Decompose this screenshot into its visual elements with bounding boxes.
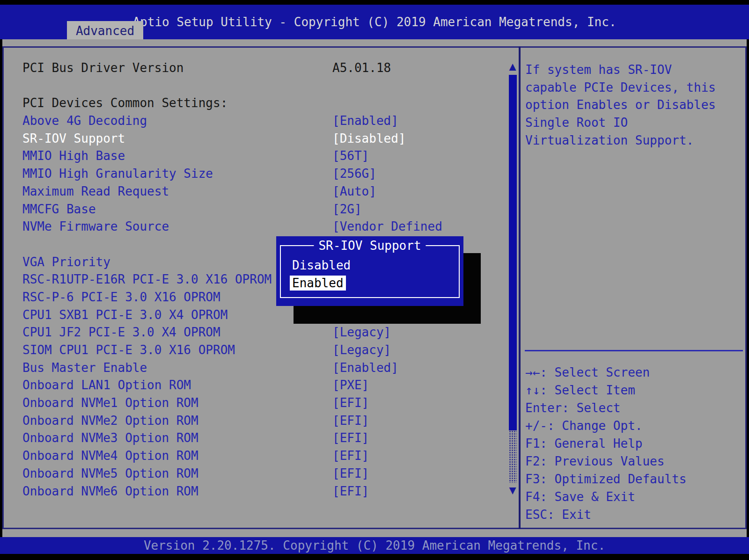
footer-version-text: Version 2.20.1275. Copyright (C) 2019 Am… (144, 538, 605, 553)
hotkey-hint: →←: Select Screen (525, 364, 742, 381)
help-text-line: Virtualization Support. (525, 132, 742, 150)
bios-screen: Aptio Setup Utility - Copyright (C) 2019… (0, 0, 749, 560)
option-value: [EFI] (332, 449, 508, 466)
option-label: PCI Devices Common Settings: (22, 96, 332, 114)
help-text-line: Single Root IO (525, 114, 742, 132)
option-value: [EFI] (332, 414, 508, 431)
hotkey-hint: ESC: Exit (525, 506, 742, 524)
option-label: CPU1 SXB1 PCI-E 3.0 X4 OPROM (22, 308, 332, 326)
bios-option-row[interactable]: Onboard NVMe5 Option ROM[EFI] (22, 466, 508, 484)
popup-option[interactable]: Disabled (292, 256, 351, 274)
option-value: [56T] (332, 149, 508, 167)
option-label: Onboard NVMe5 Option ROM (22, 466, 332, 484)
sriov-popup: SR-IOV Support DisabledEnabled (276, 236, 463, 306)
option-label: Onboard NVMe4 Option ROM (22, 449, 332, 466)
help-panel: If system has SR-IOVcapable PCIe Devices… (525, 61, 742, 150)
option-label: Above 4G Decoding (22, 114, 332, 131)
scroll-down-icon[interactable]: ▼ (507, 484, 518, 497)
hotkey-hint: Enter: Select (525, 399, 742, 417)
option-value: [Auto] (332, 184, 508, 202)
bios-option-row[interactable]: SR-IOV Support[Disabled] (22, 131, 508, 149)
option-label: SR-IOV Support (22, 131, 332, 149)
option-label: Maximum Read Request (22, 184, 332, 202)
option-label: NVMe Firmware Source (22, 219, 332, 237)
option-value: [PXE] (332, 378, 508, 396)
tab-advanced[interactable]: Advanced (67, 21, 143, 41)
option-label: MMIO High Granularity Size (22, 167, 332, 184)
option-value: [Legacy] (332, 343, 508, 361)
option-value (332, 96, 508, 114)
bios-option-row[interactable]: Onboard LAN1 Option ROM[PXE] (22, 378, 508, 396)
hotkey-hint: F3: Optimized Defaults (525, 470, 742, 488)
option-label: Onboard LAN1 Option ROM (22, 378, 332, 396)
app-title: Aptio Setup Utility - Copyright (C) 2019… (132, 15, 616, 29)
option-label: PCI Bus Driver Version (22, 61, 332, 79)
option-label: Onboard NVMe6 Option ROM (22, 484, 332, 502)
bios-option-row[interactable]: MMIO High Granularity Size[256G] (22, 167, 508, 184)
hotkey-hint: F4: Save & Exit (525, 488, 742, 506)
option-value: [2G] (332, 202, 508, 220)
option-label: SIOM CPU1 PCI-E 3.0 X16 OPROM (22, 343, 332, 361)
bios-option-row[interactable]: NVMe Firmware Source[Vendor Defined (22, 219, 508, 237)
option-value: [EFI] (332, 396, 508, 414)
hotkey-hint: ↑↓: Select Item (525, 381, 742, 399)
popup-options: DisabledEnabled (292, 256, 351, 292)
bios-option-row[interactable]: Above 4G Decoding[Enabled] (22, 114, 508, 131)
bios-option-row[interactable]: Onboard NVMe1 Option ROM[EFI] (22, 396, 508, 414)
option-label: Onboard NVMe1 Option ROM (22, 396, 332, 414)
hotkey-hint: +/-: Change Opt. (525, 417, 742, 435)
bios-option-row[interactable]: Onboard NVMe3 Option ROM[EFI] (22, 431, 508, 449)
bios-option-row[interactable]: Bus Master Enable[Enabled] (22, 361, 508, 378)
bios-option-row: PCI Bus Driver VersionA5.01.18 (22, 61, 508, 79)
option-value: [Enabled] (332, 114, 508, 131)
scrollbar-track[interactable] (509, 430, 517, 483)
option-value (332, 79, 508, 96)
popup-title: SR-IOV Support (314, 239, 426, 252)
bios-option-row[interactable]: SIOM CPU1 PCI-E 3.0 X16 OPROM[Legacy] (22, 343, 508, 361)
option-value: [EFI] (332, 466, 508, 484)
bios-option-row[interactable]: Onboard NVMe6 Option ROM[EFI] (22, 484, 508, 502)
panel-divider (519, 46, 521, 529)
hotkey-hint: F2: Previous Values (525, 452, 742, 470)
spacer-row (22, 79, 508, 96)
option-value: [Enabled] (332, 361, 508, 378)
footer-bar: Version 2.20.1275. Copyright (C) 2019 Am… (0, 537, 749, 554)
help-separator (525, 350, 743, 351)
popup-option[interactable]: Enabled (292, 274, 351, 292)
scroll-up-icon[interactable]: ▲ (507, 60, 518, 73)
option-label: Onboard NVMe2 Option ROM (22, 414, 332, 431)
bios-option-row[interactable]: MMIO High Base[56T] (22, 149, 508, 167)
bios-option-row[interactable]: Onboard NVMe2 Option ROM[EFI] (22, 414, 508, 431)
option-label: MMCFG Base (22, 202, 332, 220)
help-text-line: option Enables or Disables (525, 96, 742, 114)
option-value: A5.01.18 (332, 61, 508, 79)
popup-frame: SR-IOV Support DisabledEnabled (280, 245, 460, 298)
option-value: [Legacy] (332, 325, 508, 343)
bios-option-row[interactable]: MMCFG Base[2G] (22, 202, 508, 220)
tab-label: Advanced (76, 24, 134, 38)
option-value: [Vendor Defined (332, 219, 508, 237)
option-label: CPU1 JF2 PCI-E 3.0 X4 OPROM (22, 325, 332, 343)
option-value: [256G] (332, 167, 508, 184)
hotkey-hint: F1: General Help (525, 435, 742, 452)
option-label (22, 79, 332, 96)
bios-option-row: PCI Devices Common Settings: (22, 96, 508, 114)
bios-option-row[interactable]: Maximum Read Request[Auto] (22, 184, 508, 202)
bios-option-row[interactable]: CPU1 JF2 PCI-E 3.0 X4 OPROM[Legacy] (22, 325, 508, 343)
help-text-line: If system has SR-IOV (525, 61, 742, 79)
scrollbar-thumb[interactable] (509, 75, 517, 430)
option-value: [Disabled] (332, 131, 508, 149)
option-label: Onboard NVMe3 Option ROM (22, 431, 332, 449)
option-value: [EFI] (332, 484, 508, 502)
option-label: Bus Master Enable (22, 361, 332, 378)
help-text-line: capable PCIe Devices, this (525, 79, 742, 97)
popup-option-selected: Enabled (290, 276, 346, 291)
bios-option-row[interactable]: Onboard NVMe4 Option ROM[EFI] (22, 449, 508, 466)
option-label: MMIO High Base (22, 149, 332, 167)
hotkey-legend: →←: Select Screen↑↓: Select ItemEnter: S… (525, 364, 742, 524)
option-value: [EFI] (332, 431, 508, 449)
